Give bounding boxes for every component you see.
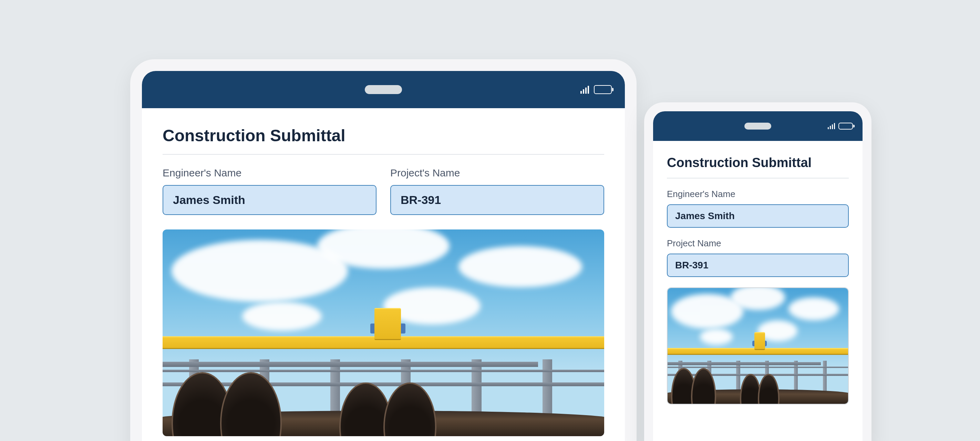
project-name-field: Project Name xyxy=(667,238,849,277)
signal-icon xyxy=(828,123,835,129)
engineer-name-field: Engineer's Name xyxy=(667,189,849,228)
engineer-name-label: Engineer's Name xyxy=(667,189,849,199)
project-name-label: Project Name xyxy=(667,238,849,249)
phone-content: Construction Submittal Engineer's Name P… xyxy=(653,141,862,404)
tablet-content: Construction Submittal Engineer's Name P… xyxy=(142,108,625,436)
engineer-name-field: Engineer's Name xyxy=(162,167,377,215)
project-name-input[interactable] xyxy=(390,185,604,215)
engineer-name-label: Engineer's Name xyxy=(162,167,377,179)
engineer-name-input[interactable] xyxy=(162,185,377,215)
project-name-field: Project's Name xyxy=(390,167,604,215)
battery-icon xyxy=(594,85,612,94)
tablet-screen: Construction Submittal Engineer's Name P… xyxy=(142,71,625,441)
speaker-notch xyxy=(745,123,771,129)
divider xyxy=(667,178,849,178)
construction-site-image xyxy=(667,287,849,404)
project-name-label: Project's Name xyxy=(390,167,604,179)
status-icons-group xyxy=(828,123,853,129)
engineer-name-input[interactable] xyxy=(667,204,849,228)
phone-status-bar xyxy=(653,111,862,141)
divider xyxy=(162,154,604,155)
speaker-notch xyxy=(365,85,402,94)
project-name-input[interactable] xyxy=(667,253,849,277)
phone-screen: Construction Submittal Engineer's Name P… xyxy=(653,111,862,441)
signal-icon xyxy=(581,86,589,94)
construction-site-image xyxy=(162,229,604,436)
field-row: Engineer's Name Project's Name xyxy=(162,167,604,215)
tablet-device-frame: Construction Submittal Engineer's Name P… xyxy=(130,59,636,441)
status-icons-group xyxy=(581,85,612,94)
tablet-status-bar xyxy=(142,71,625,108)
phone-device-frame: Construction Submittal Engineer's Name P… xyxy=(644,102,872,441)
battery-icon xyxy=(838,123,853,129)
page-title: Construction Submittal xyxy=(162,126,604,145)
page-title: Construction Submittal xyxy=(667,155,849,170)
